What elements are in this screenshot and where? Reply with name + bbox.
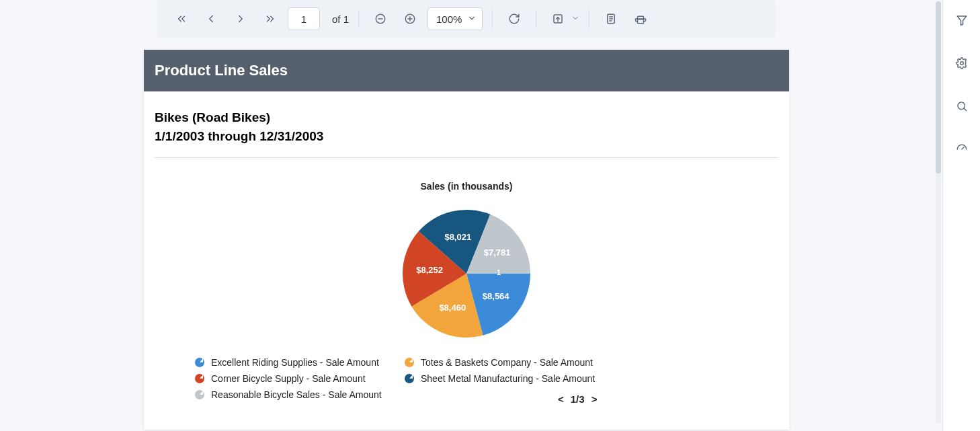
legend-label: Totes & Baskets Company - Sale Amount <box>421 357 593 368</box>
chart-prev-button[interactable]: < <box>558 393 564 405</box>
gauge-icon[interactable] <box>950 137 974 161</box>
prev-page-button[interactable] <box>199 7 223 31</box>
legend-item[interactable]: Totes & Baskets Company - Sale Amount <box>405 357 614 368</box>
legend-swatch-icon <box>195 358 204 367</box>
toolbar-divider <box>536 9 536 28</box>
report-page: Product Line Sales Bikes (Road Bikes) 1/… <box>144 50 789 430</box>
divider <box>155 157 778 158</box>
chart-next-button[interactable]: > <box>591 393 598 405</box>
pie-slice-label: $8,460 <box>439 303 466 313</box>
svg-point-14 <box>958 102 965 110</box>
legend-item[interactable]: Excellent Riding Supplies - Sale Amount <box>195 357 405 368</box>
svg-rect-11 <box>638 19 644 24</box>
svg-line-16 <box>962 147 964 149</box>
filter-icon[interactable] <box>950 8 974 32</box>
pie-slice-label: $8,252 <box>416 265 443 275</box>
legend-item[interactable]: Reasonable Bicycle Sales - Sale Amount <box>195 389 405 400</box>
chart-center-annotation: 1 <box>497 268 501 276</box>
pie-slice-label: $8,021 <box>444 232 471 242</box>
gear-icon[interactable] <box>950 51 974 75</box>
report-viewer-main: of 1 100% <box>0 0 933 431</box>
svg-point-13 <box>960 62 963 65</box>
chevron-down-icon <box>467 13 477 25</box>
next-page-button[interactable] <box>229 7 253 31</box>
refresh-button[interactable] <box>502 7 526 31</box>
zoom-in-button[interactable] <box>398 7 422 31</box>
zoom-level-select[interactable]: 100% <box>427 7 483 30</box>
page-setup-button[interactable] <box>599 7 623 31</box>
legend-item[interactable]: Sheet Metal Manufacturing - Sale Amount <box>405 373 614 384</box>
report-subtitle-daterange: 1/1/2003 through 12/31/2003 <box>155 129 778 144</box>
legend-swatch-icon <box>405 358 414 367</box>
right-side-rail <box>942 0 980 431</box>
report-subtitle-product: Bikes (Road Bikes) <box>155 110 778 125</box>
chart-page-indicator: 1/3 <box>571 393 585 405</box>
page-number-input[interactable] <box>288 7 320 30</box>
pie-chart-svg: $8,564$8,460$8,252$8,021$7,7811 <box>399 206 534 341</box>
legend-label: Reasonable Bicycle Sales - Sale Amount <box>211 389 382 400</box>
chart-pagination: < 1/3 > <box>558 393 597 405</box>
viewer-toolbar: of 1 100% <box>157 0 776 38</box>
pie-slice-label: $7,781 <box>484 247 511 258</box>
toolbar-divider <box>358 9 359 28</box>
legend-swatch-icon <box>195 390 204 399</box>
legend-label: Corner Bicycle Supply - Sale Amount <box>211 373 366 384</box>
report-title: Product Line Sales <box>144 50 789 91</box>
search-icon[interactable] <box>950 94 974 118</box>
chevron-down-icon <box>571 13 579 25</box>
first-page-button[interactable] <box>169 7 194 31</box>
zoom-level-value: 100% <box>436 13 462 25</box>
pie-chart: $8,564$8,460$8,252$8,021$7,7811 <box>155 206 778 341</box>
export-button[interactable] <box>546 7 570 31</box>
vertical-scrollbar[interactable] <box>933 0 942 431</box>
pie-slice-label: $8,564 <box>483 291 510 301</box>
page-total-label: of 1 <box>332 13 349 25</box>
report-body: Bikes (Road Bikes) 1/1/2003 through 12/3… <box>144 91 789 419</box>
svg-marker-12 <box>957 16 967 26</box>
svg-line-15 <box>964 108 966 110</box>
print-button[interactable] <box>628 7 653 31</box>
legend-label: Excellent Riding Supplies - Sale Amount <box>211 357 379 368</box>
toolbar-divider <box>492 9 493 28</box>
toolbar-divider <box>589 9 589 28</box>
chart-title: Sales (in thousands) <box>155 181 778 192</box>
last-page-button[interactable] <box>258 7 282 31</box>
legend-swatch-icon <box>195 374 204 383</box>
legend-swatch-icon <box>405 374 414 383</box>
legend-label: Sheet Metal Manufacturing - Sale Amount <box>421 373 595 384</box>
legend-item[interactable]: Corner Bicycle Supply - Sale Amount <box>195 373 405 384</box>
zoom-out-button[interactable] <box>368 7 393 31</box>
chart-legend: Excellent Riding Supplies - Sale AmountT… <box>155 357 778 400</box>
